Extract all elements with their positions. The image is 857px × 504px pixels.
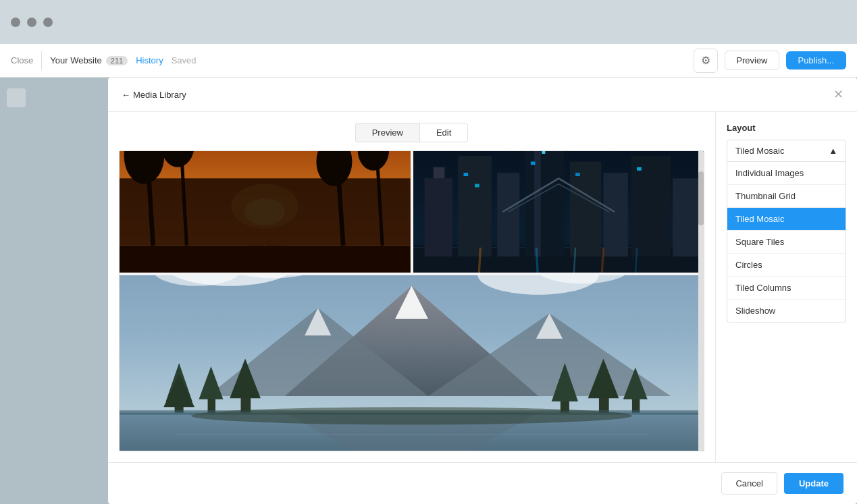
dialog-header: ← Media Library ✕ [108, 78, 857, 112]
site-count-badge: 211 [106, 56, 128, 65]
traffic-light-2 [27, 18, 36, 27]
dialog-close-button[interactable]: ✕ [833, 87, 843, 102]
settings-button[interactable]: ⚙ [694, 49, 718, 73]
layout-option-thumbnail-grid[interactable]: Thumbnail Grid [727, 185, 846, 208]
history-button[interactable]: History [136, 55, 163, 65]
preview-button[interactable]: Preview [725, 51, 779, 70]
layout-section-label: Layout [727, 123, 846, 133]
mosaic-image-mountain [120, 275, 704, 451]
preview-scrollbar-thumb[interactable] [698, 171, 704, 225]
svg-rect-14 [120, 246, 411, 273]
traffic-light-3 [43, 18, 53, 27]
svg-rect-19 [433, 167, 444, 179]
gear-icon: ⚙ [701, 54, 710, 67]
update-button[interactable]: Update [784, 473, 843, 494]
back-label: Media Library [133, 90, 186, 100]
saved-status: Saved [172, 55, 197, 65]
layout-option-circles[interactable]: Circles [727, 254, 846, 277]
preview-canvas [119, 150, 704, 451]
back-arrow-icon: ← [122, 90, 130, 100]
chevron-up-icon: ▲ [829, 146, 837, 156]
editor-bar: Close Your Website 211 History Saved ⚙ P… [0, 44, 857, 78]
preview-area: Preview Edit [108, 112, 715, 462]
preview-tabs: Preview Edit [119, 123, 704, 142]
traffic-light-1 [11, 18, 20, 27]
svg-rect-34 [637, 167, 642, 171]
svg-rect-21 [497, 173, 519, 256]
layout-option-tiled-mosaic[interactable]: Tiled Mosaic [727, 208, 846, 231]
svg-rect-26 [603, 173, 627, 256]
editor-bar-right: ⚙ Preview Publish... [694, 49, 846, 73]
layout-panel: Layout Tiled Mosaic ▲ Individual Images … [715, 112, 857, 462]
publish-button[interactable]: Publish... [786, 51, 846, 69]
svg-rect-31 [530, 161, 535, 165]
dialog-footer: Cancel Update [108, 462, 857, 504]
layout-dropdown-header[interactable]: Tiled Mosaic ▲ [727, 140, 846, 162]
media-dialog: ← Media Library ✕ Preview Edit [108, 78, 857, 504]
svg-rect-29 [463, 173, 468, 176]
site-name: Your Website [50, 55, 102, 65]
sidebar-icon [7, 88, 26, 107]
svg-rect-30 [475, 184, 479, 188]
layout-option-slideshow[interactable]: Slideshow [727, 300, 846, 322]
svg-rect-3 [120, 178, 411, 245]
mosaic-grid [120, 151, 704, 451]
cancel-button[interactable]: Cancel [721, 472, 777, 495]
svg-rect-33 [575, 173, 580, 176]
site-info: Your Website 211 [50, 55, 128, 65]
mosaic-image-city [413, 151, 704, 273]
main-area: ← Media Library ✕ Preview Edit [0, 78, 857, 504]
layout-option-tiled-columns[interactable]: Tiled Columns [727, 277, 846, 300]
close-button[interactable]: Close [11, 55, 33, 65]
layout-option-individual-images[interactable]: Individual Images [727, 162, 846, 185]
svg-rect-18 [424, 178, 452, 256]
back-to-media-library[interactable]: ← Media Library [122, 90, 186, 100]
svg-rect-25 [569, 161, 600, 256]
layout-selected-label: Tiled Mosaic [735, 146, 784, 156]
preview-scrollbar[interactable] [698, 151, 704, 451]
mosaic-image-sunset [120, 151, 411, 273]
dialog-body: Preview Edit [108, 112, 857, 462]
layout-option-square-tiles[interactable]: Square Tiles [727, 231, 846, 254]
top-bar [0, 0, 857, 44]
svg-rect-32 [542, 151, 545, 154]
left-sidebar [0, 78, 88, 504]
svg-rect-23 [534, 151, 540, 256]
tab-preview[interactable]: Preview [355, 123, 419, 142]
svg-point-76 [191, 407, 632, 424]
svg-rect-22 [525, 151, 564, 256]
tab-edit[interactable]: Edit [419, 123, 468, 142]
svg-rect-20 [458, 156, 492, 256]
divider [41, 51, 42, 70]
layout-dropdown-list: Individual Images Thumbnail Grid Tiled M… [727, 162, 846, 323]
svg-rect-27 [631, 156, 670, 256]
